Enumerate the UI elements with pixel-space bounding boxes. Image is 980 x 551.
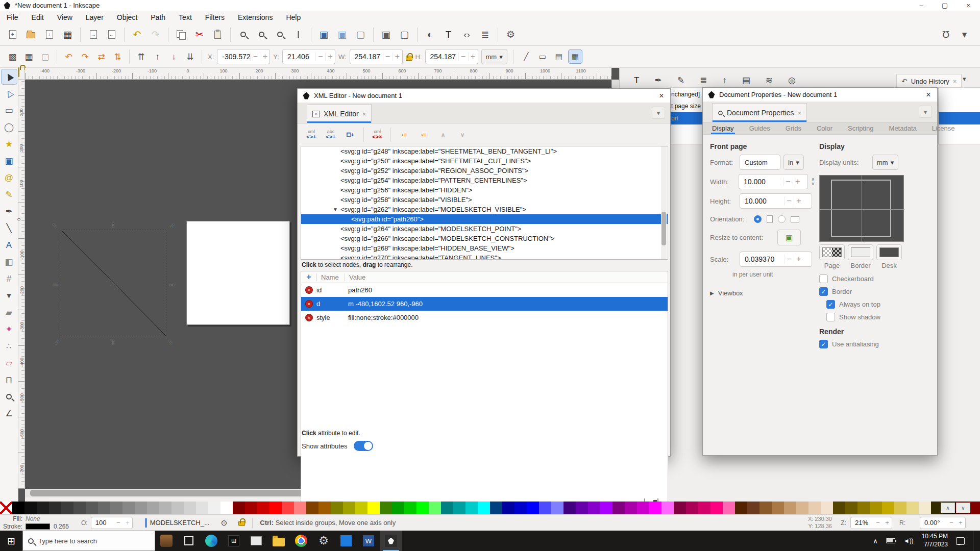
undo-entry-partial[interactable]: t page size bbox=[671, 103, 702, 110]
paste-icon[interactable] bbox=[209, 26, 226, 43]
cut-icon[interactable]: ✂ bbox=[191, 26, 208, 43]
dp-tab-guides[interactable]: Guides bbox=[748, 123, 771, 134]
dock-tab-layers[interactable]: ≣ bbox=[700, 75, 707, 86]
palette-swatch[interactable] bbox=[416, 502, 429, 514]
taskbar-word[interactable]: W bbox=[357, 531, 380, 551]
xml-editor-title-bar[interactable]: XML Editor - New document 1 × bbox=[298, 89, 670, 103]
move-node-up-icon[interactable]: ∧ bbox=[434, 127, 452, 143]
start-button[interactable]: ⊞ bbox=[0, 531, 22, 551]
dp-tab-grids[interactable]: Grids bbox=[785, 123, 802, 134]
xml-editor-dialog-icon[interactable]: ‹› bbox=[458, 26, 475, 43]
menu-extensions[interactable]: Extensions bbox=[231, 12, 279, 22]
maximize-button[interactable]: ▢ bbox=[933, 0, 957, 11]
taskbar-settings[interactable]: ⚙ bbox=[312, 531, 335, 551]
y-field[interactable]: 21.406−+ bbox=[282, 49, 335, 64]
tweak-tool[interactable]: ✦ bbox=[1, 321, 17, 337]
spiral-tool[interactable]: @ bbox=[1, 170, 17, 186]
close-icon[interactable]: × bbox=[920, 90, 937, 99]
palette-swatch[interactable] bbox=[649, 502, 662, 514]
connector-tool[interactable]: ⊓ bbox=[1, 372, 17, 388]
taskbar-task-view[interactable] bbox=[178, 531, 200, 551]
menu-text[interactable]: Text bbox=[172, 12, 199, 22]
palette-swatch[interactable] bbox=[564, 502, 576, 514]
border-color-button[interactable] bbox=[848, 244, 873, 260]
unit-dropdown[interactable]: mm▾ bbox=[481, 49, 507, 64]
ellipse-tool[interactable]: ◯ bbox=[1, 119, 17, 135]
menu-view[interactable]: View bbox=[51, 12, 79, 22]
scale-field[interactable]: 0.039370−+ bbox=[740, 252, 812, 267]
palette-swatch[interactable] bbox=[906, 502, 919, 514]
flip-horizontal-icon[interactable]: ⇄ bbox=[94, 49, 109, 64]
close-icon[interactable]: × bbox=[362, 110, 366, 118]
new-element-node-icon[interactable]: xml<>+ bbox=[303, 127, 320, 143]
layer-visibility-eye-icon[interactable]: ⊙ bbox=[221, 518, 228, 528]
scale-handle-e-icon[interactable]: ↔ bbox=[168, 280, 176, 287]
rotation-field[interactable]: 0.00°−+ bbox=[920, 517, 966, 529]
select-all-layers-icon[interactable]: ▦ bbox=[21, 49, 36, 64]
palette-swatch[interactable] bbox=[588, 502, 600, 514]
xml-node-tree[interactable]: <svg:g id="g248" inkscape:label="SHEETME… bbox=[301, 146, 668, 260]
dock-tab-undo-history[interactable]: ↶ Undo History × bbox=[896, 74, 962, 88]
guide-lock-icon[interactable] bbox=[18, 67, 19, 77]
orientation-landscape-radio[interactable] bbox=[778, 215, 786, 223]
snap-toggle-icon[interactable]: Ω bbox=[938, 26, 954, 43]
palette-scroll-up-button[interactable]: ∧ bbox=[941, 503, 955, 513]
palette-swatch[interactable] bbox=[220, 502, 233, 514]
taskbar-edge[interactable] bbox=[200, 531, 223, 551]
close-icon[interactable]: × bbox=[953, 78, 957, 85]
palette-swatch[interactable] bbox=[172, 502, 184, 514]
move-node-down-icon[interactable]: ∨ bbox=[454, 127, 471, 143]
xml-tree-node[interactable]: <svg:g id="g252" inkscape:label="REGION_… bbox=[301, 166, 668, 176]
palette-swatch[interactable] bbox=[600, 502, 612, 514]
hidden-icons-chevron[interactable]: ∧ bbox=[873, 537, 878, 545]
palette-swatch[interactable] bbox=[735, 502, 747, 514]
palette-swatch[interactable] bbox=[98, 502, 110, 514]
scale-corners-toggle[interactable]: ▭ bbox=[535, 49, 550, 64]
dock-tab-edit[interactable]: ✎ bbox=[677, 75, 684, 86]
palette-swatch[interactable] bbox=[894, 502, 906, 514]
import-icon[interactable]: → bbox=[85, 26, 102, 43]
selection-bounding-box[interactable]: ↔ ↕ ↔ ↔ ↔ ↔ ↕ ↔ bbox=[61, 230, 166, 336]
raise-to-top-icon[interactable]: ⇈ bbox=[134, 49, 149, 64]
menu-layer[interactable]: Layer bbox=[79, 12, 110, 22]
palette-swatch[interactable] bbox=[196, 502, 208, 514]
undo-entry-selected-partial[interactable]: ort bbox=[669, 112, 703, 124]
palette-swatch[interactable] bbox=[857, 502, 870, 514]
menu-path[interactable]: Path bbox=[144, 12, 172, 22]
width-field[interactable]: 254.187−+ bbox=[350, 49, 403, 64]
scale-handle-n-icon[interactable]: ↕ bbox=[111, 220, 115, 228]
battery-icon[interactable] bbox=[886, 538, 895, 543]
palette-swatch[interactable] bbox=[404, 502, 416, 514]
palette-swatch[interactable] bbox=[527, 502, 539, 514]
palette-swatch[interactable] bbox=[368, 502, 380, 514]
palette-swatch[interactable] bbox=[625, 502, 637, 514]
palette-swatch[interactable] bbox=[465, 502, 478, 514]
page-color-button[interactable] bbox=[819, 244, 845, 260]
pencil-tool[interactable]: ✎ bbox=[1, 187, 17, 203]
chevron-down-icon[interactable]: ▾ bbox=[652, 107, 665, 119]
lock-width-height-icon[interactable] bbox=[406, 56, 412, 61]
palette-swatch[interactable] bbox=[429, 502, 441, 514]
opacity-field[interactable]: 100−+ bbox=[91, 517, 133, 529]
tab-xml-editor[interactable]: ‹› XML Editor × bbox=[307, 104, 372, 123]
delete-attribute-icon[interactable]: × bbox=[305, 286, 313, 294]
dp-tab-color[interactable]: Color bbox=[816, 123, 834, 134]
delete-attribute-icon[interactable]: × bbox=[305, 314, 313, 321]
add-attribute-button[interactable]: + bbox=[301, 272, 316, 282]
menu-file[interactable]: File bbox=[0, 12, 25, 22]
palette-swatch[interactable] bbox=[821, 502, 833, 514]
taskbar-app-wood[interactable] bbox=[155, 531, 178, 551]
palette-swatch[interactable] bbox=[294, 502, 306, 514]
checkerboard-checkbox[interactable] bbox=[819, 274, 828, 283]
scale-handle-w-icon[interactable]: ↔ bbox=[52, 280, 59, 287]
attribute-row[interactable]: ×idpath260 bbox=[301, 283, 668, 297]
scale-handle-sw-icon[interactable]: ↔ bbox=[51, 336, 61, 346]
ruler-corner[interactable] bbox=[18, 68, 25, 80]
xml-tree-node[interactable]: <svg:g id="g268" inkscape:label="HIDDEN_… bbox=[301, 243, 668, 253]
palette-swatch[interactable] bbox=[662, 502, 674, 514]
tree-scrollbar-thumb[interactable] bbox=[662, 212, 666, 245]
selected-path[interactable] bbox=[61, 230, 167, 337]
group-objects-icon[interactable]: ▣ bbox=[378, 26, 395, 43]
dock-tab-text-and-font[interactable]: T bbox=[634, 76, 639, 86]
expander-triangle-icon[interactable]: ▶ bbox=[710, 290, 714, 296]
